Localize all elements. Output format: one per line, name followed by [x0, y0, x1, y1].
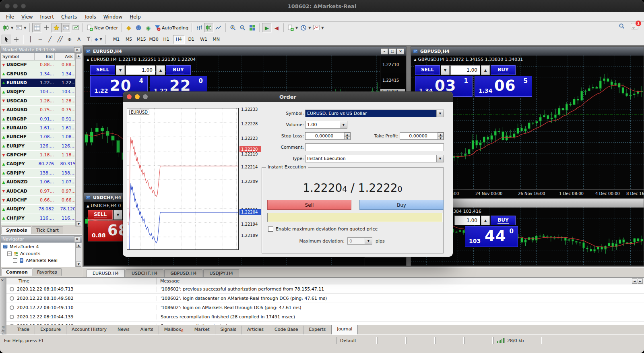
timeframe-button[interactable]: MN [211, 35, 222, 44]
navigator-titlebar[interactable]: Navigator✕ [1, 236, 82, 243]
spinner-buttons[interactable]: ▲▼ [438, 133, 444, 139]
timeframe-button[interactable]: H1 [161, 35, 172, 44]
text-tool[interactable]: A [74, 35, 84, 44]
quote-row[interactable]: CADJPY 80.276 80.315 [1, 160, 82, 168]
mql-community-button[interactable]: ☻ [134, 23, 143, 33]
comment-input[interactable] [305, 143, 444, 151]
spotlight-search-icon[interactable] [619, 23, 625, 29]
quote-row[interactable]: USDCHF 0.88... 0.88... [1, 60, 82, 69]
buy-button[interactable]: BUY [491, 216, 516, 225]
collapse-icon[interactable]: − [13, 258, 17, 263]
tree-item-root[interactable]: MetaTrader 4 [10, 244, 39, 249]
market-watch-quote-list[interactable]: USDCHF 0.88... 0.88... GBPUSD 1.34... 1.… [1, 60, 82, 225]
volume-increase-button[interactable]: ▲ [481, 216, 490, 225]
journal-log-list[interactable]: 2020.12.22 08:10:49.713 '108602': previo… [6, 284, 644, 325]
navigator-scrollbar[interactable]: ▲▼ [75, 243, 82, 267]
signals-button[interactable]: ◉ [143, 23, 153, 33]
timeframe-button[interactable]: M5 [123, 35, 135, 44]
timeframe-button[interactable]: D1 [186, 35, 197, 44]
terminal-tab[interactable]: Signals [215, 326, 242, 334]
menu-item[interactable]: Insert [37, 13, 58, 21]
sell-order-button[interactable]: Sell [267, 200, 351, 210]
chart-shift-button[interactable]: ◀ [272, 23, 281, 33]
traffic-light-buttons[interactable] [5, 4, 26, 8]
volume-decrease-button[interactable]: ▼ [116, 65, 125, 75]
volume-decrease-button[interactable]: ▼ [114, 210, 122, 220]
navigator-tree[interactable]: MetaTrader 4 −Accounts −AMarkets-Real ▲▼ [1, 243, 82, 267]
timeframe-button[interactable]: M1 [111, 35, 122, 44]
templates-button[interactable]: ▼ [286, 23, 299, 33]
menu-item[interactable]: Help [126, 13, 144, 21]
new-chart-button[interactable]: ▼ [2, 23, 14, 33]
timeframe-button[interactable]: M30 [148, 35, 160, 44]
volume-decrease-button[interactable]: ▼ [441, 65, 450, 75]
panel-tab[interactable]: Common [2, 268, 32, 276]
terminal-tab[interactable]: Experts [304, 326, 332, 334]
volume-increase-button[interactable]: ▲ [156, 65, 165, 75]
terminal-table-header[interactable]: TimeMessage ◄► [6, 278, 644, 285]
chart-tab[interactable]: GBPUSD,H4 [164, 269, 202, 277]
quote-row[interactable]: GBPCHF 1.18... 1.18... [1, 151, 82, 160]
sell-button[interactable]: SELL [415, 65, 440, 75]
terminal-tab[interactable]: News [112, 326, 135, 334]
stoploss-input[interactable]: 0.00000▲▼ [305, 132, 351, 140]
chart-tab[interactable]: USDCHF,H4 [126, 269, 164, 277]
market-watch-header[interactable]: SymbolBidAsk [1, 53, 82, 60]
deviation-select[interactable]: 0▼ [347, 237, 372, 245]
tree-item-account[interactable]: AMarkets-Real [26, 258, 58, 263]
quote-row[interactable]: EURGBP 0.91... 0.91... [1, 114, 82, 123]
chart-tab[interactable]: EURUSD,H4 [87, 269, 125, 277]
buy-price-box[interactable]: 103440 [465, 226, 518, 247]
text-label-tool[interactable]: T [84, 35, 93, 44]
quote-row[interactable]: GBPJPY 138.... 138.... [1, 169, 82, 178]
quote-row[interactable]: AUDCAD 0.97... 0.97... [1, 187, 82, 195]
menu-item[interactable]: Tools [80, 13, 100, 21]
data-window-toggle[interactable] [42, 23, 52, 33]
autotrading-button[interactable]: AutoTrading [153, 23, 190, 33]
trendline-tool[interactable]: ╱ [45, 35, 55, 44]
cursor-tool-button[interactable] [2, 35, 11, 44]
terminal-tab[interactable]: Alerts [135, 326, 159, 334]
new-order-button[interactable]: New Order [85, 23, 119, 33]
quote-row[interactable]: GBPUSD 1.34... 1.34... [1, 69, 82, 78]
dialog-traffic-lights[interactable] [127, 94, 148, 99]
window-titlebar[interactable]: 108602: AMarkets-Real [0, 0, 644, 12]
terminal-tab[interactable]: Trade [12, 326, 35, 334]
journal-row[interactable]: 2020.12.22 08:10:49.110 '108602': login … [6, 303, 644, 312]
order-dialog[interactable]: Order EURUSD 1.222331.222281.222231.2221… [123, 91, 453, 257]
chart-tab[interactable]: USDJPY,H4 [203, 269, 239, 277]
quote-row[interactable]: USDJPY 103.... 103.... [1, 87, 82, 96]
dialog-titlebar[interactable]: Order [123, 91, 453, 102]
takeprofit-input[interactable]: 0.00000▲▼ [400, 132, 444, 140]
journal-row[interactable]: 2020.12.22 08:10:26.648 Sources recompil… [6, 322, 644, 325]
scroll-right-icon[interactable]: ► [638, 278, 643, 284]
quote-row[interactable]: AUDJPY 78.082 78.120 [1, 205, 82, 214]
collapse-icon[interactable]: − [7, 251, 12, 256]
journal-row[interactable]: 2020.12.22 08:10:49.582 '108602': login … [6, 294, 644, 303]
arrows-tool[interactable]: ◆▼ [93, 35, 103, 44]
panel-tab[interactable]: Favorites [33, 268, 62, 276]
quote-row[interactable]: EURJPY 126.... 126.... [1, 142, 82, 151]
terminal-toggle[interactable] [61, 23, 71, 33]
quote-row[interactable]: CHFJPY 116.... 116.... [1, 214, 82, 223]
buy-button[interactable]: BUY [166, 65, 191, 75]
navigator-toggle[interactable] [52, 23, 61, 33]
timeframe-button[interactable]: W1 [198, 35, 210, 44]
status-profile[interactable]: Default [336, 337, 377, 344]
quote-row[interactable]: EURAUD 1.61... 1.61... [1, 124, 82, 133]
volume-input[interactable]: 1.00 [454, 216, 480, 225]
fibonacci-tool[interactable]: ≡ [64, 35, 74, 44]
panel-tab[interactable]: Tick Chart [32, 226, 63, 234]
volume-input[interactable]: 1.00 [450, 65, 480, 75]
terminal-tab[interactable]: Account History [66, 326, 112, 334]
close-panel-icon[interactable]: ✕ [74, 237, 80, 242]
restore-chart-icon[interactable]: □ [389, 48, 396, 54]
strategy-tester-toggle[interactable] [71, 23, 80, 33]
quote-row[interactable]: EURNZD 1.73... 1.73... [1, 223, 82, 225]
terminal-side-strip[interactable]: ✕Terminal [0, 278, 7, 335]
close-chart-icon[interactable]: × [397, 48, 404, 54]
menu-item[interactable]: View [18, 13, 36, 21]
order-type-select[interactable]: Instant Execution▼ [305, 155, 444, 162]
periods-button[interactable]: ▼ [299, 23, 312, 33]
timeframe-button[interactable]: M15 [136, 35, 147, 44]
